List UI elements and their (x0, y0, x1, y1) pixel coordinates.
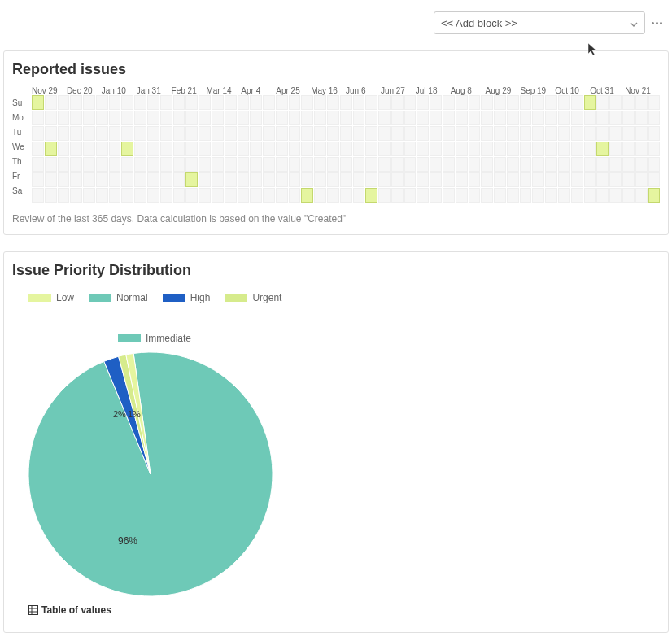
heatmap-cell[interactable] (571, 111, 583, 125)
heatmap-cell[interactable] (83, 142, 95, 156)
heatmap-cell[interactable] (96, 126, 108, 141)
heatmap-cell[interactable] (545, 142, 557, 156)
heatmap-cell[interactable] (571, 142, 583, 156)
heatmap-cell[interactable] (635, 111, 648, 125)
heatmap-cell[interactable] (584, 95, 596, 110)
heatmap-cell[interactable] (58, 157, 70, 172)
heatmap-cell[interactable] (238, 126, 250, 141)
heatmap-cell[interactable] (609, 126, 622, 141)
heatmap-cell[interactable] (160, 188, 172, 203)
heatmap-cell[interactable] (584, 188, 596, 203)
heatmap-cell[interactable] (45, 188, 57, 203)
heatmap-cell[interactable] (199, 95, 211, 110)
heatmap-cell[interactable] (494, 172, 506, 187)
heatmap-cell[interactable] (238, 188, 250, 203)
heatmap-cell[interactable] (481, 95, 493, 110)
heatmap-cell[interactable] (609, 95, 622, 110)
heatmap-cell[interactable] (70, 126, 82, 141)
heatmap-cell[interactable] (199, 142, 211, 156)
heatmap-cell[interactable] (83, 188, 95, 203)
heatmap-cell[interactable] (404, 126, 417, 141)
heatmap-cell[interactable] (584, 142, 596, 156)
heatmap-cell[interactable] (289, 172, 301, 187)
heatmap-cell[interactable] (622, 95, 635, 110)
heatmap-cell[interactable] (212, 95, 224, 110)
heatmap-cell[interactable] (622, 142, 635, 156)
heatmap-cell[interactable] (225, 188, 237, 203)
heatmap-cell[interactable] (32, 188, 44, 203)
heatmap-cell[interactable] (199, 126, 211, 141)
heatmap-cell[interactable] (301, 157, 313, 172)
legend-item[interactable]: High (163, 292, 211, 303)
heatmap-cell[interactable] (238, 111, 250, 125)
heatmap-cell[interactable] (340, 111, 352, 125)
heatmap-cell[interactable] (276, 111, 288, 125)
heatmap-cell[interactable] (596, 95, 609, 110)
heatmap-cell[interactable] (635, 142, 648, 156)
heatmap-cell[interactable] (160, 172, 172, 187)
heatmap-cell[interactable] (70, 172, 82, 187)
heatmap-cell[interactable] (545, 157, 557, 172)
heatmap-cell[interactable] (96, 111, 108, 125)
heatmap-cell[interactable] (596, 188, 609, 203)
heatmap-cell[interactable] (289, 142, 301, 156)
heatmap-cell[interactable] (32, 126, 44, 141)
heatmap-cell[interactable] (558, 142, 570, 156)
heatmap-cell[interactable] (507, 188, 519, 203)
heatmap-cell[interactable] (365, 188, 377, 203)
heatmap-cell[interactable] (199, 157, 211, 172)
heatmap-cell[interactable] (456, 188, 468, 203)
heatmap-cell[interactable] (391, 95, 404, 110)
heatmap-cell[interactable] (648, 172, 661, 187)
heatmap-cell[interactable] (596, 157, 609, 172)
heatmap-cell[interactable] (58, 142, 70, 156)
heatmap-cell[interactable] (83, 95, 95, 110)
heatmap-cell[interactable] (58, 188, 70, 203)
heatmap-cell[interactable] (558, 126, 570, 141)
heatmap-cell[interactable] (443, 142, 455, 156)
heatmap-cell[interactable] (173, 172, 185, 187)
heatmap-cell[interactable] (160, 111, 172, 125)
heatmap-cell[interactable] (32, 111, 44, 125)
heatmap-cell[interactable] (340, 172, 352, 187)
heatmap-cell[interactable] (622, 172, 635, 187)
heatmap-cell[interactable] (353, 188, 365, 203)
heatmap-cell[interactable] (456, 111, 468, 125)
heatmap-cell[interactable] (532, 126, 544, 141)
heatmap-cell[interactable] (225, 95, 237, 110)
heatmap-cell[interactable] (301, 188, 313, 203)
heatmap-cell[interactable] (134, 95, 146, 110)
heatmap-cell[interactable] (212, 142, 224, 156)
heatmap-cell[interactable] (263, 142, 275, 156)
heatmap-cell[interactable] (173, 126, 185, 141)
heatmap-cell[interactable] (494, 126, 506, 141)
heatmap-cell[interactable] (32, 142, 44, 156)
heatmap-cell[interactable] (301, 95, 313, 110)
heatmap-cell[interactable] (45, 95, 57, 110)
heatmap-cell[interactable] (238, 142, 250, 156)
heatmap-cell[interactable] (276, 142, 288, 156)
table-of-values-toggle[interactable]: Table of values (4, 604, 660, 616)
heatmap-cell[interactable] (83, 111, 95, 125)
heatmap-cell[interactable] (121, 95, 133, 110)
heatmap-cell[interactable] (520, 157, 532, 172)
heatmap-cell[interactable] (160, 142, 172, 156)
heatmap-cell[interactable] (109, 157, 121, 172)
heatmap-cell[interactable] (545, 172, 557, 187)
heatmap-cell[interactable] (558, 95, 570, 110)
heatmap-cell[interactable] (365, 157, 377, 172)
heatmap-cell[interactable] (225, 142, 237, 156)
heatmap-cell[interactable] (469, 188, 481, 203)
heatmap-cell[interactable] (314, 157, 326, 172)
heatmap-cell[interactable] (276, 172, 288, 187)
heatmap-cell[interactable] (96, 157, 108, 172)
legend-item[interactable]: Low (28, 292, 74, 303)
heatmap-cell[interactable] (134, 188, 146, 203)
heatmap-cell[interactable] (58, 95, 70, 110)
heatmap-cell[interactable] (314, 142, 326, 156)
heatmap-cell[interactable] (596, 126, 609, 141)
heatmap-cell[interactable] (494, 95, 506, 110)
heatmap-cell[interactable] (225, 157, 237, 172)
heatmap-cell[interactable] (276, 188, 288, 203)
heatmap-cell[interactable] (430, 188, 442, 203)
